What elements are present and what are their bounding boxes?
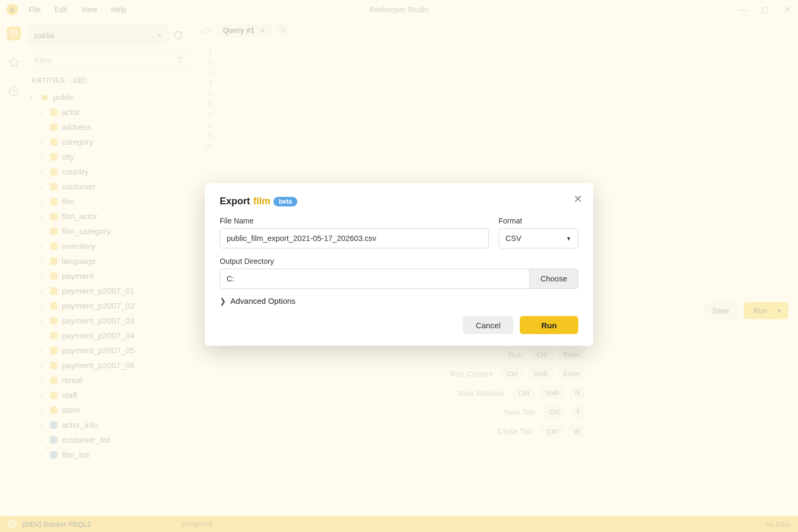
beta-badge: beta — [273, 197, 297, 206]
advanced-options-toggle[interactable]: ❯ Advanced Options — [220, 296, 578, 305]
modal-run-button[interactable]: Run — [520, 316, 578, 334]
cancel-button[interactable]: Cancel — [463, 316, 513, 334]
modal-title: Export film beta — [220, 196, 578, 207]
filename-label: File Name — [220, 217, 489, 225]
close-icon[interactable]: ✕ — [573, 193, 583, 205]
choose-button[interactable]: Choose — [530, 269, 578, 289]
format-value: CSV — [505, 234, 521, 243]
modal-table-name: film — [253, 196, 270, 207]
format-label: Format — [498, 217, 578, 225]
advanced-label: Advanced Options — [230, 296, 296, 305]
outdir-input[interactable] — [220, 269, 530, 289]
modal-title-prefix: Export — [220, 196, 250, 207]
outdir-label: Output Directory — [220, 257, 578, 265]
filename-input[interactable] — [220, 228, 489, 248]
chevron-down-icon: ▼ — [566, 236, 571, 242]
export-modal: Export film beta ✕ File Name Format CSV … — [205, 183, 593, 346]
chevron-right-icon: ❯ — [220, 297, 226, 305]
format-select[interactable]: CSV ▼ — [498, 228, 578, 248]
